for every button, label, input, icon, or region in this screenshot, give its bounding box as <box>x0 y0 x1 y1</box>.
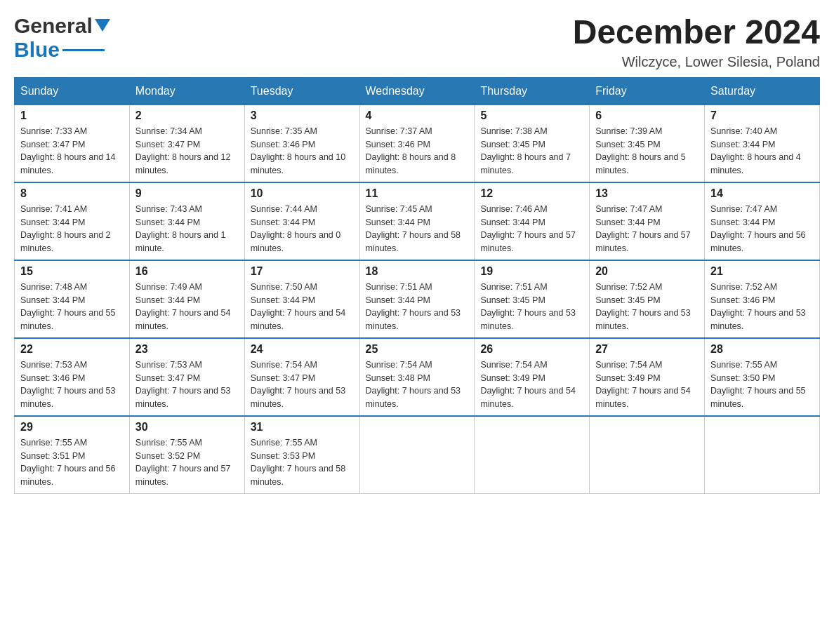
calendar-cell: 8 Sunrise: 7:41 AMSunset: 3:44 PMDayligh… <box>15 182 130 260</box>
day-number: 24 <box>251 343 354 356</box>
day-number: 10 <box>251 187 354 200</box>
logo: General Blue <box>14 14 110 62</box>
day-info: Sunrise: 7:44 AMSunset: 3:44 PMDaylight:… <box>251 203 354 255</box>
calendar-cell: 13 Sunrise: 7:47 AMSunset: 3:44 PMDaylig… <box>590 182 705 260</box>
day-number: 5 <box>480 109 583 122</box>
day-info: Sunrise: 7:35 AMSunset: 3:46 PMDaylight:… <box>251 125 354 177</box>
title-section: December 2024 Wilczyce, Lower Silesia, P… <box>573 14 820 70</box>
day-number: 25 <box>366 343 469 356</box>
day-number: 28 <box>710 343 814 356</box>
day-info: Sunrise: 7:55 AMSunset: 3:52 PMDaylight:… <box>135 436 239 489</box>
day-number: 6 <box>595 109 699 122</box>
svg-marker-0 <box>95 19 110 32</box>
calendar-cell: 20 Sunrise: 7:52 AMSunset: 3:45 PMDaylig… <box>590 260 705 338</box>
calendar-cell: 15 Sunrise: 7:48 AMSunset: 3:44 PMDaylig… <box>15 260 130 338</box>
weekday-header-monday: Monday <box>129 77 244 105</box>
day-info: Sunrise: 7:38 AMSunset: 3:45 PMDaylight:… <box>480 125 583 177</box>
day-info: Sunrise: 7:52 AMSunset: 3:45 PMDaylight:… <box>595 281 699 333</box>
day-info: Sunrise: 7:55 AMSunset: 3:51 PMDaylight:… <box>20 436 124 489</box>
day-number: 17 <box>251 265 354 278</box>
day-number: 4 <box>366 109 469 122</box>
calendar-cell: 3 Sunrise: 7:35 AMSunset: 3:46 PMDayligh… <box>244 105 359 182</box>
day-info: Sunrise: 7:54 AMSunset: 3:47 PMDaylight:… <box>251 358 354 411</box>
calendar-cell: 24 Sunrise: 7:54 AMSunset: 3:47 PMDaylig… <box>244 338 359 416</box>
day-number: 13 <box>595 187 699 200</box>
day-number: 8 <box>20 187 124 200</box>
calendar-cell: 17 Sunrise: 7:50 AMSunset: 3:44 PMDaylig… <box>244 260 359 338</box>
calendar-week-row: 29 Sunrise: 7:55 AMSunset: 3:51 PMDaylig… <box>15 416 820 494</box>
calendar-cell: 2 Sunrise: 7:34 AMSunset: 3:47 PMDayligh… <box>129 105 244 182</box>
calendar-cell: 31 Sunrise: 7:55 AMSunset: 3:53 PMDaylig… <box>244 416 359 494</box>
day-info: Sunrise: 7:43 AMSunset: 3:44 PMDaylight:… <box>135 203 239 255</box>
day-info: Sunrise: 7:55 AMSunset: 3:50 PMDaylight:… <box>710 358 814 411</box>
day-number: 22 <box>20 343 124 356</box>
day-info: Sunrise: 7:50 AMSunset: 3:44 PMDaylight:… <box>251 281 354 333</box>
day-number: 3 <box>251 109 354 122</box>
calendar-cell: 18 Sunrise: 7:51 AMSunset: 3:44 PMDaylig… <box>359 260 475 338</box>
day-info: Sunrise: 7:47 AMSunset: 3:44 PMDaylight:… <box>710 203 814 255</box>
day-info: Sunrise: 7:55 AMSunset: 3:53 PMDaylight:… <box>251 436 354 489</box>
day-info: Sunrise: 7:47 AMSunset: 3:44 PMDaylight:… <box>595 203 699 255</box>
calendar-cell: 9 Sunrise: 7:43 AMSunset: 3:44 PMDayligh… <box>129 182 244 260</box>
calendar-cell: 27 Sunrise: 7:54 AMSunset: 3:49 PMDaylig… <box>590 338 705 416</box>
day-number: 26 <box>480 343 583 356</box>
day-number: 31 <box>251 421 354 434</box>
location-title: Wilczyce, Lower Silesia, Poland <box>573 54 820 70</box>
calendar-cell: 21 Sunrise: 7:52 AMSunset: 3:46 PMDaylig… <box>705 260 820 338</box>
day-info: Sunrise: 7:54 AMSunset: 3:48 PMDaylight:… <box>366 358 469 411</box>
weekday-header-row: SundayMondayTuesdayWednesdayThursdayFrid… <box>15 77 820 105</box>
calendar-cell <box>475 416 590 494</box>
day-number: 7 <box>710 109 814 122</box>
calendar-cell: 22 Sunrise: 7:53 AMSunset: 3:46 PMDaylig… <box>15 338 130 416</box>
weekday-header-thursday: Thursday <box>475 77 590 105</box>
calendar-cell: 14 Sunrise: 7:47 AMSunset: 3:44 PMDaylig… <box>705 182 820 260</box>
logo-blue-text: Blue <box>14 38 60 62</box>
day-number: 21 <box>710 265 814 278</box>
weekday-header-wednesday: Wednesday <box>359 77 475 105</box>
calendar-cell: 4 Sunrise: 7:37 AMSunset: 3:46 PMDayligh… <box>359 105 475 182</box>
weekday-header-sunday: Sunday <box>15 77 130 105</box>
day-info: Sunrise: 7:51 AMSunset: 3:45 PMDaylight:… <box>480 281 583 333</box>
day-info: Sunrise: 7:51 AMSunset: 3:44 PMDaylight:… <box>366 281 469 333</box>
calendar-week-row: 1 Sunrise: 7:33 AMSunset: 3:47 PMDayligh… <box>15 105 820 182</box>
day-number: 29 <box>20 421 124 434</box>
day-info: Sunrise: 7:40 AMSunset: 3:44 PMDaylight:… <box>710 125 814 177</box>
logo-general-text: General <box>14 14 93 38</box>
calendar-cell <box>590 416 705 494</box>
calendar-cell: 11 Sunrise: 7:45 AMSunset: 3:44 PMDaylig… <box>359 182 475 260</box>
calendar-cell: 23 Sunrise: 7:53 AMSunset: 3:47 PMDaylig… <box>129 338 244 416</box>
calendar-week-row: 15 Sunrise: 7:48 AMSunset: 3:44 PMDaylig… <box>15 260 820 338</box>
calendar-cell: 30 Sunrise: 7:55 AMSunset: 3:52 PMDaylig… <box>129 416 244 494</box>
calendar-cell: 5 Sunrise: 7:38 AMSunset: 3:45 PMDayligh… <box>475 105 590 182</box>
calendar-cell: 7 Sunrise: 7:40 AMSunset: 3:44 PMDayligh… <box>705 105 820 182</box>
day-number: 16 <box>135 265 239 278</box>
calendar-cell: 1 Sunrise: 7:33 AMSunset: 3:47 PMDayligh… <box>15 105 130 182</box>
day-number: 19 <box>480 265 583 278</box>
page-header: General Blue December 2024 Wilczyce, Low… <box>14 14 820 70</box>
day-number: 14 <box>710 187 814 200</box>
day-info: Sunrise: 7:37 AMSunset: 3:46 PMDaylight:… <box>366 125 469 177</box>
day-number: 11 <box>366 187 469 200</box>
calendar-cell: 10 Sunrise: 7:44 AMSunset: 3:44 PMDaylig… <box>244 182 359 260</box>
day-info: Sunrise: 7:48 AMSunset: 3:44 PMDaylight:… <box>20 281 124 333</box>
day-info: Sunrise: 7:49 AMSunset: 3:44 PMDaylight:… <box>135 281 239 333</box>
calendar-cell: 29 Sunrise: 7:55 AMSunset: 3:51 PMDaylig… <box>15 416 130 494</box>
day-number: 18 <box>366 265 469 278</box>
calendar-cell: 28 Sunrise: 7:55 AMSunset: 3:50 PMDaylig… <box>705 338 820 416</box>
calendar-cell <box>359 416 475 494</box>
day-number: 23 <box>135 343 239 356</box>
day-number: 2 <box>135 109 239 122</box>
weekday-header-saturday: Saturday <box>705 77 820 105</box>
day-info: Sunrise: 7:39 AMSunset: 3:45 PMDaylight:… <box>595 125 699 177</box>
month-title: December 2024 <box>573 14 820 51</box>
day-info: Sunrise: 7:45 AMSunset: 3:44 PMDaylight:… <box>366 203 469 255</box>
day-info: Sunrise: 7:41 AMSunset: 3:44 PMDaylight:… <box>20 203 124 255</box>
day-info: Sunrise: 7:33 AMSunset: 3:47 PMDaylight:… <box>20 125 124 177</box>
day-number: 12 <box>480 187 583 200</box>
calendar-week-row: 8 Sunrise: 7:41 AMSunset: 3:44 PMDayligh… <box>15 182 820 260</box>
day-info: Sunrise: 7:53 AMSunset: 3:47 PMDaylight:… <box>135 358 239 411</box>
day-info: Sunrise: 7:34 AMSunset: 3:47 PMDaylight:… <box>135 125 239 177</box>
day-info: Sunrise: 7:54 AMSunset: 3:49 PMDaylight:… <box>480 358 583 411</box>
day-info: Sunrise: 7:52 AMSunset: 3:46 PMDaylight:… <box>710 281 814 333</box>
calendar-cell: 16 Sunrise: 7:49 AMSunset: 3:44 PMDaylig… <box>129 260 244 338</box>
